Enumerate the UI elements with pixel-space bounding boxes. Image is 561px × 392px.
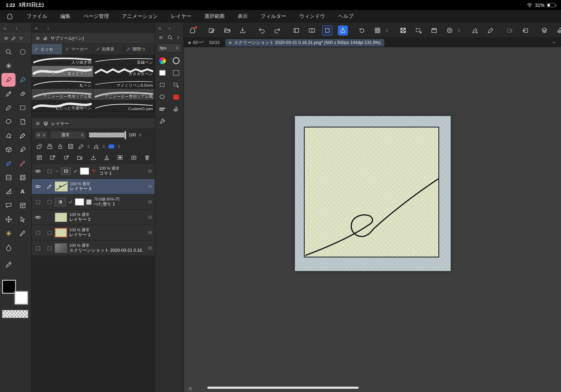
brush-tool[interactable] [15,157,30,170]
spread-view-button[interactable] [307,25,317,35]
transfer-layer-button[interactable] [90,154,97,161]
layer-thumbnail[interactable] [55,243,67,253]
text-tool[interactable]: A [15,185,30,198]
thumbnail-view-button[interactable] [291,25,302,35]
drag-handle-icon[interactable] [147,245,153,251]
menu-animation[interactable]: アニメーション [122,13,158,20]
visibility-toggle[interactable] [34,214,41,220]
delete-layer-button[interactable] [144,154,150,161]
layer-edit-button[interactable] [555,25,561,35]
brush-item[interactable]: CustomG-pen [93,100,155,112]
brush-item-selected[interactable]: 丸っこい書き文字ペン [32,66,93,77]
brush-item[interactable]: もたっと不透明ペン [32,100,93,112]
artboard[interactable] [295,116,451,271]
brush-item[interactable]: アニメーター専用リアル風 [32,89,93,100]
menu-selection[interactable]: 選択範囲 [204,13,225,20]
subtool-tab-marker[interactable]: マーカー [63,44,93,54]
canvas-area[interactable] [184,47,561,392]
drag-handle-icon[interactable] [147,199,153,205]
register-material-button[interactable] [130,154,137,161]
correct-line-add-button[interactable] [470,25,480,35]
layer-row-betanuri-1[interactable]: 70.0線 65% 円べた塗り 1 [32,194,155,210]
layer-thumbnail[interactable] [55,213,67,222]
sparkle-brush-tool[interactable] [1,227,15,240]
opacity-slider[interactable] [89,132,126,138]
correct-line-button[interactable] [485,25,496,35]
onion-skin-button[interactable] [444,25,454,35]
blend-mode-combo[interactable]: 通常 [50,131,86,139]
mask-pen-button[interactable] [92,142,101,151]
menu-filter[interactable]: フィルター [260,13,286,20]
preset-combo[interactable]: tips [157,44,181,52]
move-tool[interactable] [1,213,15,226]
quick-stepper[interactable] [177,36,180,39]
new-layer-button[interactable] [50,154,56,161]
white-pen-tool[interactable] [15,129,30,142]
ruler-tool[interactable] [1,185,15,198]
frame-tool[interactable] [15,171,30,185]
opacity-stepper[interactable] [138,133,142,137]
collapse-panels-icon[interactable]: « [158,25,162,31]
gradient-tool[interactable] [1,171,15,185]
solid-swatch-button[interactable] [155,66,169,79]
visibility-toggle[interactable] [36,200,40,204]
layer-thumbnail[interactable] [55,181,68,192]
subtool-tab-esse[interactable]: エッセ [32,44,63,54]
layer-mask-button[interactable] [117,154,124,161]
cube-3d-tool[interactable] [1,143,15,156]
mask-pen-stepper[interactable] [102,144,106,148]
mask-thumbnail[interactable] [86,199,92,205]
blend-blob-button[interactable] [155,91,169,103]
animation-folder-thumbnail[interactable] [61,168,71,174]
gpen-tool[interactable] [15,143,30,156]
forward-button[interactable] [505,25,515,35]
menu-layer[interactable]: レイヤー [171,13,191,20]
collapse-panel-icon[interactable]: ‹ [168,25,170,31]
pen-tool[interactable] [1,73,15,87]
transform-select-button[interactable] [169,79,183,91]
rect-select-tool[interactable] [15,101,30,115]
wand-tool[interactable] [1,59,15,73]
onion-skin-stepper[interactable] [457,28,461,33]
color-wheel-button[interactable] [155,54,169,67]
layer-row-koma-1[interactable]: 100 % 通常コマ 1 [32,163,155,179]
layer-pen-button[interactable] [169,103,183,115]
redo-button[interactable] [272,25,282,35]
airbrush-tool[interactable] [1,101,15,115]
layer-row-layer-2[interactable]: 100 % 通常レイヤー 2 [32,210,155,225]
paper-tool[interactable] [15,115,30,129]
menu-edit[interactable]: 編集 [60,13,70,20]
balloon-tool[interactable] [1,199,15,212]
brush-item[interactable]: マメミリペン0.5mm [93,77,155,89]
main-color-swatch[interactable] [2,280,16,294]
panel-menu-icon[interactable] [3,36,9,41]
ruler-pen-stepper[interactable] [87,144,90,148]
material-text-button[interactable] [155,103,169,115]
merge-down-button[interactable] [103,154,110,161]
ellipse-select-tool[interactable] [15,45,30,59]
eraser-tool[interactable] [15,87,30,101]
opacity-slider-knob[interactable] [124,131,126,139]
fill-layer-thumbnail[interactable] [55,198,65,206]
import-button[interactable] [520,25,530,35]
panel-menu-icon[interactable] [35,36,40,41]
layer-thumbnail[interactable] [80,168,89,174]
new-correction-layer-button[interactable] [63,154,70,161]
outline-swatch-button[interactable] [169,66,183,79]
view-grid-button[interactable] [372,25,382,35]
drag-handle-icon[interactable] [147,168,153,174]
pencil-tool[interactable] [1,87,15,101]
layer-checkbox[interactable] [47,169,52,173]
drag-handle-icon[interactable] [147,184,153,189]
animation-button[interactable] [429,25,439,35]
decoration-tool[interactable] [15,227,30,240]
share-button[interactable] [338,25,348,35]
layer-row-layer-1[interactable]: 100 % 通常レイヤー 1 [32,225,155,241]
visibility-toggle[interactable] [36,231,40,235]
panel-menu-icon[interactable] [158,35,163,40]
open-button[interactable] [222,25,232,35]
palette-color-combo[interactable] [34,131,47,139]
ruler-pen-button[interactable] [76,142,86,151]
draw-color-chip[interactable] [107,142,116,151]
clip-to-layer-button[interactable] [45,142,54,151]
